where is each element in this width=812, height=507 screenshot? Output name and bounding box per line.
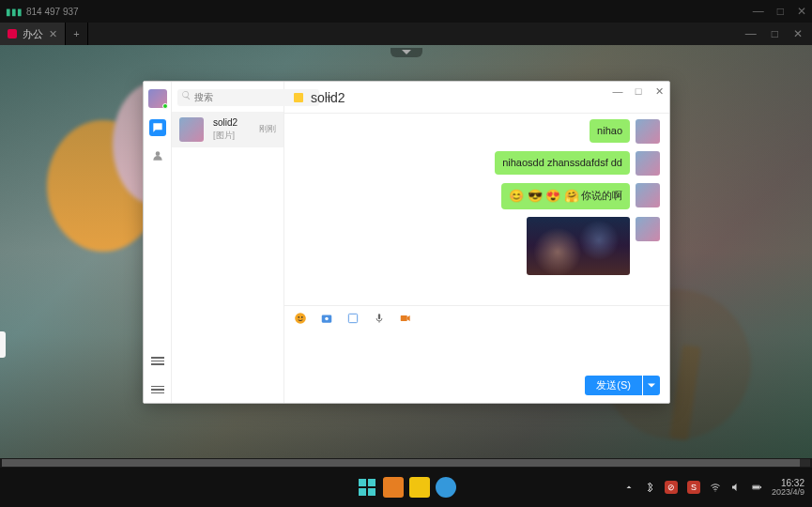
browser-close-icon[interactable]: ✕ (793, 27, 803, 40)
system-close-icon[interactable]: ✕ (797, 5, 806, 18)
folder-icon (294, 93, 303, 102)
system-max-icon[interactable]: □ (777, 5, 784, 18)
nav-chat-icon[interactable] (149, 119, 166, 136)
browser-maximize-icon[interactable]: □ (772, 27, 778, 40)
browser-tabstrip: 办公 ✕ + — □ ✕ (0, 23, 812, 45)
emoji-icon[interactable] (294, 312, 307, 325)
svg-rect-10 (359, 488, 366, 496)
message-row: 😊 😎 😍 🤗 你说的啊 (294, 183, 660, 209)
message-row: nihaosdd zhanssdafdsf dd (294, 151, 660, 176)
wifi-icon[interactable] (710, 482, 721, 493)
search-icon (181, 90, 192, 100)
file-icon[interactable] (346, 312, 360, 325)
chat-header: solid2 — □ ✕ (284, 82, 669, 114)
tray-chevron-icon[interactable] (623, 482, 635, 493)
svg-point-12 (714, 490, 715, 491)
horizontal-scrollbar[interactable] (0, 458, 812, 468)
svg-rect-7 (401, 315, 407, 321)
message-editor: 发送(S) (284, 305, 669, 403)
nav-menu-icon[interactable] (151, 357, 164, 365)
nav-settings-icon[interactable] (151, 386, 164, 394)
svg-rect-15 (753, 485, 759, 488)
message-row (294, 217, 660, 275)
tab-favicon (8, 29, 17, 38)
svg-rect-14 (760, 486, 761, 488)
message-bubble: nihaosdd zhanssdafdsf dd (495, 151, 630, 175)
chat-title: solid2 (311, 90, 345, 105)
edge-drawer-handle[interactable] (0, 331, 6, 358)
message-avatar (636, 151, 660, 176)
conversation-name: solid2 (213, 117, 253, 128)
taskbar-clock[interactable]: 16:32 2023/4/9 (772, 478, 804, 498)
dropdown-handle[interactable] (391, 48, 422, 57)
message-bubble: nihao (590, 119, 630, 143)
system-min-icon[interactable]: — (753, 5, 764, 18)
user-avatar[interactable] (148, 89, 167, 108)
svg-rect-11 (368, 488, 375, 496)
browser-tab[interactable]: 办公 ✕ (0, 23, 66, 45)
svg-point-4 (325, 317, 329, 321)
message-avatar (636, 119, 660, 144)
app-minimize-icon[interactable]: — (611, 85, 624, 98)
chat-panel: solid2 — □ ✕ nihao nihaosdd zhanssdafdsf… (284, 82, 669, 403)
volume-icon[interactable] (730, 482, 742, 493)
app-maximize-icon[interactable]: □ (632, 85, 645, 98)
tab-close-icon[interactable]: ✕ (49, 28, 57, 40)
message-avatar (636, 217, 660, 241)
svg-rect-9 (368, 479, 375, 486)
clock-time: 16:32 (772, 478, 804, 488)
conversation-avatar (179, 117, 204, 142)
message-text: 你说的啊 (581, 189, 622, 203)
clock-date: 2023/4/9 (772, 488, 804, 498)
system-id-text: 814 497 937 (26, 7, 79, 17)
svg-point-1 (298, 316, 299, 318)
tray-input-icon[interactable]: S (687, 481, 700, 494)
message-list: nihao nihaosdd zhanssdafdsf dd 😊 😎 😍 🤗 你… (284, 114, 669, 305)
conversation-time: 刚刚 (259, 123, 276, 135)
taskbar-app-icon[interactable] (383, 477, 404, 498)
screenshot-icon[interactable] (320, 312, 333, 325)
emoji-sequence: 😊 😎 😍 🤗 (509, 188, 579, 205)
signal-icon: ▮▮▮ (6, 7, 23, 17)
nav-contacts-icon[interactable] (149, 147, 166, 164)
new-tab-button[interactable]: + (66, 23, 88, 45)
send-button[interactable]: 发送(S) (585, 376, 642, 395)
message-input[interactable] (284, 330, 669, 376)
message-image[interactable] (527, 217, 630, 275)
video-icon[interactable] (399, 312, 412, 325)
nav-rail (144, 82, 172, 403)
app-close-icon[interactable]: ✕ (652, 85, 666, 98)
svg-rect-8 (359, 479, 366, 486)
messenger-window: + solid2 [图片] 刚刚 solid2 — □ ✕ (143, 81, 670, 404)
voice-icon[interactable] (373, 312, 386, 325)
battery-icon[interactable] (751, 482, 762, 493)
tab-label: 办公 (23, 27, 43, 41)
editor-toolbar (284, 306, 669, 330)
taskbar-center (357, 477, 456, 498)
svg-point-0 (295, 313, 306, 324)
message-bubble: 😊 😎 😍 🤗 你说的啊 (501, 183, 630, 209)
conversation-preview: [图片] (213, 130, 253, 142)
svg-rect-6 (378, 314, 380, 319)
taskbar: ⊘ S 16:32 2023/4/9 (0, 468, 812, 507)
taskbar-explorer-icon[interactable] (409, 477, 430, 498)
svg-point-2 (301, 316, 303, 318)
conversation-item[interactable]: solid2 [图片] 刚刚 (172, 112, 283, 147)
system-top-bar: ▮▮▮ 814 497 937 — □ ✕ (0, 0, 812, 23)
svg-rect-5 (348, 314, 357, 322)
start-button[interactable] (357, 477, 377, 498)
bluetooth-icon[interactable] (644, 482, 655, 493)
message-row: nihao (294, 119, 660, 144)
desktop-wallpaper: + solid2 [图片] 刚刚 solid2 — □ ✕ (0, 45, 812, 458)
browser-minimize-icon[interactable]: — (745, 27, 757, 40)
message-avatar (636, 183, 660, 207)
conversation-list: + solid2 [图片] 刚刚 (172, 82, 284, 403)
system-tray: ⊘ S 16:32 2023/4/9 (623, 478, 804, 498)
send-dropdown-button[interactable] (643, 376, 660, 395)
taskbar-browser-icon[interactable] (436, 477, 456, 498)
tray-badge-icon[interactable]: ⊘ (665, 481, 678, 494)
